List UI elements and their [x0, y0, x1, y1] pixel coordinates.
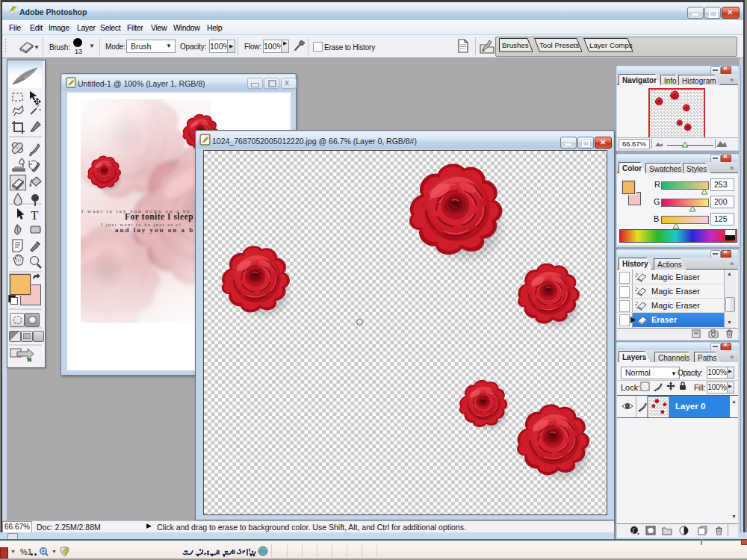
- svg-text:Tool Presets: Tool Presets: [539, 41, 579, 49]
- svg-text:Layer Comps: Layer Comps: [589, 41, 633, 49]
- svg-text:T: T: [31, 208, 39, 223]
- svg-text:Brushes: Brushes: [502, 41, 529, 49]
